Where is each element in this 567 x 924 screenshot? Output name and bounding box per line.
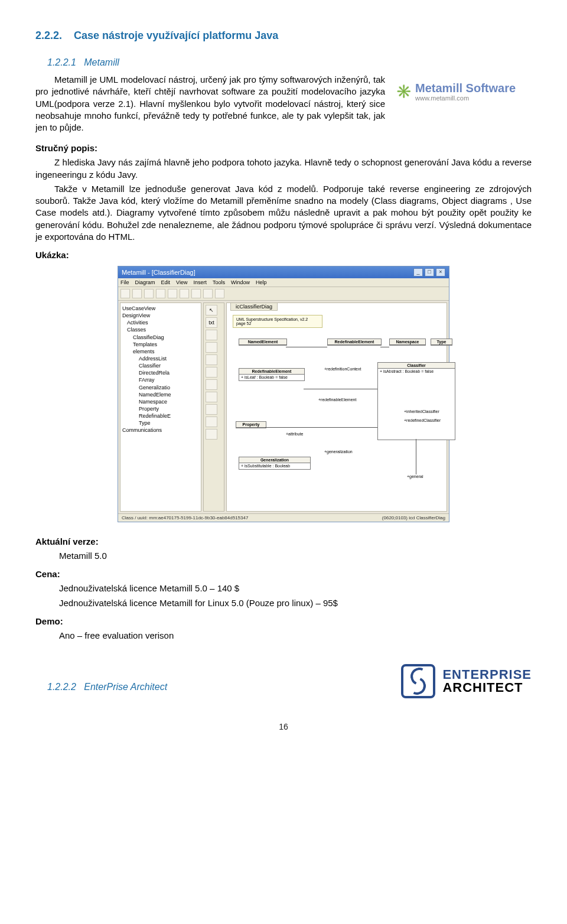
palette-tool[interactable] xyxy=(206,392,217,402)
class-name: RedefinableElement xyxy=(239,369,304,375)
status-left: Class / uuid: mm:ae470175-5199-11dc-9b30… xyxy=(122,515,248,520)
subhead-version: Aktuální verze: xyxy=(35,536,532,546)
h3-number: 1.2.2.1 xyxy=(47,57,76,67)
h3-title: Metamill xyxy=(84,57,119,67)
window-minimize-button[interactable]: _ xyxy=(413,268,423,276)
uml-class[interactable]: Type xyxy=(431,339,452,346)
app-title: Metamill - [ClassifierDiag] xyxy=(122,269,195,276)
tree-item[interactable]: Templates xyxy=(122,341,199,348)
h2-number: 2.2.2. xyxy=(35,30,62,41)
toolbar-button[interactable] xyxy=(156,289,165,298)
diagram-canvas[interactable]: icClassifierDiag UML Superstructure Spec… xyxy=(226,302,447,512)
assoc-label: +redefinitionContext xyxy=(324,367,361,371)
toolbar-button[interactable] xyxy=(215,289,224,298)
uml-note[interactable]: UML Superstructure Specification, v2.2 p… xyxy=(233,315,322,328)
app-screenshot: Metamill - [ClassifierDiag] _ □ × File D… xyxy=(118,266,449,522)
uml-class[interactable]: NamedElement xyxy=(239,339,287,346)
tree-item[interactable]: UseCaseView xyxy=(122,305,199,312)
menu-file[interactable]: File xyxy=(120,279,129,285)
gear-icon: ✳️ xyxy=(396,84,412,99)
toolbar-button[interactable] xyxy=(120,289,130,298)
toolbar-button[interactable] xyxy=(203,289,213,298)
tree-item[interactable]: ClassifieDiag xyxy=(122,334,199,341)
window-maximize-button[interactable]: □ xyxy=(425,268,434,276)
diagram-tab[interactable]: icClassifierDiag xyxy=(230,302,278,311)
class-attr: + isLeaf : Booleab = false xyxy=(239,375,304,380)
palette-tool[interactable] xyxy=(206,417,217,427)
assoc-label: +general xyxy=(407,474,423,479)
tree-panel[interactable]: UseCaseView DesignView Activities Classe… xyxy=(120,302,201,512)
toolbar-button[interactable] xyxy=(180,289,189,298)
palette-tool[interactable] xyxy=(206,379,217,390)
palette-tool[interactable] xyxy=(206,404,217,415)
tree-item[interactable]: Property xyxy=(122,405,199,412)
palette-tool[interactable] xyxy=(206,367,217,378)
class-name: Namespace xyxy=(390,339,425,345)
tree-item[interactable]: NamedEleme xyxy=(122,391,199,398)
tree-item[interactable]: Type xyxy=(122,419,199,427)
h2-title: Case nástroje využívající platformu Java xyxy=(74,30,278,41)
menu-window[interactable]: Window xyxy=(231,279,250,285)
uml-class[interactable]: Namespace xyxy=(389,339,426,346)
toolbar-button[interactable] xyxy=(144,289,154,298)
uml-connector xyxy=(286,347,327,347)
tree-item[interactable]: Classifier xyxy=(122,362,199,369)
uml-class[interactable]: RedefinableElement + isLeaf : Booleab = … xyxy=(239,368,305,381)
tree-item[interactable]: AddressList xyxy=(122,355,199,362)
class-name: NamedElement xyxy=(239,339,286,345)
toolbar-button[interactable] xyxy=(168,289,177,298)
app-toolbar xyxy=(118,287,449,301)
menu-help[interactable]: Help xyxy=(256,279,267,285)
class-attr: + isAbstract : Booleab = false xyxy=(378,369,455,375)
palette-pointer[interactable]: ↖ xyxy=(206,305,217,315)
menu-insert[interactable]: Insert xyxy=(193,279,207,285)
menu-edit[interactable]: Edit xyxy=(161,279,171,285)
heading-3: 1.2.2.1 Metamill xyxy=(47,57,532,68)
ea-logo-line1: ENTERPRISE xyxy=(442,668,532,681)
uml-connector xyxy=(416,439,416,474)
assoc-label: +generalization xyxy=(324,450,353,454)
menu-view[interactable]: View xyxy=(176,279,187,285)
uml-connector xyxy=(380,347,389,347)
logo-title: Metamill Software xyxy=(415,82,516,95)
tree-item[interactable]: Activities xyxy=(122,319,199,326)
tree-item[interactable]: Generalizatio xyxy=(122,384,199,391)
version-value: Metamill 5.0 xyxy=(59,550,532,562)
class-name: Generalization xyxy=(239,457,310,463)
note-sub: page 52 xyxy=(236,321,319,326)
tree-item[interactable]: RedefinableE xyxy=(122,412,199,419)
tree-item[interactable]: Communications xyxy=(122,427,199,434)
subhead-demo: Demo: xyxy=(35,616,532,626)
palette-text[interactable]: txt xyxy=(206,317,217,328)
tree-item[interactable]: Namespace xyxy=(122,398,199,405)
tree-item[interactable]: elements xyxy=(122,348,199,355)
tree-item[interactable]: Classes xyxy=(122,326,199,333)
tree-item[interactable]: DesignView xyxy=(122,312,199,319)
window-close-button[interactable]: × xyxy=(436,268,445,276)
app-menubar: File Diagram Edit View Insert Tools Wind… xyxy=(118,278,449,287)
uml-class[interactable]: Generalization + isSubstitutable : Boole… xyxy=(239,457,311,470)
palette-tool[interactable] xyxy=(206,354,217,365)
class-name: RedefinableElement xyxy=(328,339,381,345)
uml-class[interactable]: RedefinableElement xyxy=(327,339,382,346)
subhead-price: Cena: xyxy=(35,569,532,579)
ea-logo-line2: ARCHITECT xyxy=(442,681,532,694)
uml-class[interactable]: Property xyxy=(236,421,266,428)
h3b-number: 1.2.2.2 xyxy=(47,682,76,692)
uml-class[interactable]: Classifier + isAbstract : Booleab = fals… xyxy=(377,362,455,440)
palette-tool[interactable] xyxy=(206,342,217,353)
menu-diagram[interactable]: Diagram xyxy=(135,279,155,285)
toolbar-button[interactable] xyxy=(191,289,201,298)
class-name: Type xyxy=(431,339,452,345)
uml-connector xyxy=(304,389,377,389)
uml-connector xyxy=(265,427,377,428)
app-titlebar: Metamill - [ClassifierDiag] _ □ × xyxy=(118,266,449,278)
toolbar-button[interactable] xyxy=(132,289,142,298)
app-statusbar: Class / uuid: mm:ae470175-5199-11dc-9b30… xyxy=(118,513,449,522)
tree-item[interactable]: FArray xyxy=(122,376,199,383)
tree-item[interactable]: DirectedRela xyxy=(122,369,199,376)
class-name: Classifier xyxy=(378,363,455,369)
palette-tool[interactable] xyxy=(206,330,217,340)
menu-tools[interactable]: Tools xyxy=(213,279,225,285)
palette-tool[interactable] xyxy=(206,429,217,440)
